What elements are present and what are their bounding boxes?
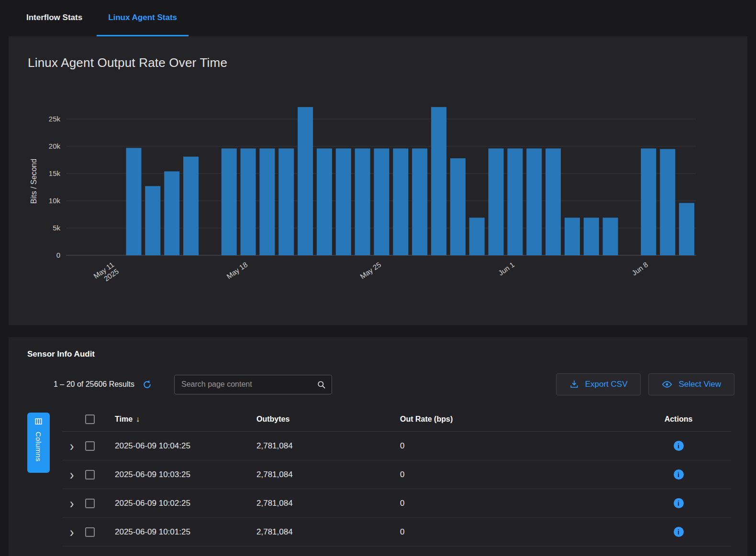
x-tick-label: May 112025 [92,261,120,287]
row-expand-chevron[interactable]: › [70,439,74,453]
cell-out-rate: 0 [394,527,626,537]
toolbar: 1 – 20 of 25606 Results [54,373,734,395]
info-icon[interactable]: i [674,469,684,480]
x-tick-label: Jun 1 [497,261,516,277]
bar[interactable] [603,218,618,255]
column-header-actions: Actions [626,415,731,424]
bar[interactable] [241,149,256,255]
tab-linux-agent-stats[interactable]: Linux Agent Stats [97,0,189,36]
table-grid-icon [34,417,43,427]
select-view-label: Select View [678,380,721,389]
bar[interactable] [298,107,313,255]
bar[interactable] [565,218,580,255]
y-tick-label: 25k [49,115,61,123]
info-icon[interactable]: i [674,498,684,508]
refresh-button[interactable] [142,380,152,390]
y-tick-label: 5k [53,224,60,232]
output-rate-chart: 05k10k15k20k25kMay 112025May 18May 25Jun… [9,81,747,303]
tab-bar: Interflow Stats Linux Agent Stats [0,0,756,36]
export-csv-label: Export CSV [585,380,628,389]
bar[interactable] [507,149,523,255]
bar[interactable] [584,218,599,255]
sort-desc-icon: ↓ [136,415,140,424]
bar[interactable] [164,171,179,255]
columns-button-label: Columns [34,432,43,462]
time-header-label: Time [115,415,133,424]
bar[interactable] [317,149,332,255]
chart-title: Linux Agent Output Rate Over Time [9,36,747,70]
bar[interactable] [412,149,427,255]
y-tick-label: 10k [49,196,61,205]
audit-table: Time ↓ Outbytes Out Rate (bps) Actions ›… [62,407,731,546]
bar[interactable] [489,149,504,255]
column-header-outbytes[interactable]: Outbytes [251,415,394,424]
column-header-time[interactable]: Time ↓ [109,415,251,424]
row-checkbox[interactable] [85,470,95,480]
chart-panel: Linux Agent Output Rate Over Time 05k10k… [9,36,747,325]
info-icon[interactable]: i [674,441,684,451]
select-view-button[interactable]: Select View [648,373,734,395]
bar[interactable] [336,149,351,255]
row-checkbox[interactable] [85,441,95,451]
bar[interactable] [545,149,561,255]
sensor-info-audit-panel: Sensor Info Audit 1 – 20 of 25606 Result… [9,337,747,556]
cell-outbytes: 2,781,084 [251,499,394,508]
search-icon[interactable] [317,380,326,389]
bar[interactable] [641,149,656,255]
bar[interactable] [660,149,675,255]
bar[interactable] [526,149,542,255]
row-expand-chevron[interactable]: › [70,525,74,539]
bar[interactable] [259,149,275,255]
tab-interflow-stats[interactable]: Interflow Stats [15,0,94,36]
cell-time: 2025-06-09 10:03:25 [109,470,251,480]
info-icon[interactable]: i [674,527,684,537]
bar[interactable] [183,157,199,255]
bar[interactable] [145,186,160,255]
table-row[interactable]: › 2025-06-09 10:04:25 2,781,084 0 i [62,432,731,460]
cell-time: 2025-06-09 10:04:25 [109,441,251,451]
refresh-icon [142,380,152,390]
bar[interactable] [355,149,370,255]
eye-icon [662,379,672,390]
results-area: 1 – 20 of 25606 Results [54,380,152,390]
x-tick-label: May 18 [225,261,249,281]
bar[interactable] [278,149,294,255]
search-box[interactable] [174,375,332,394]
cell-outbytes: 2,781,084 [251,527,394,537]
row-expand-chevron[interactable]: › [70,468,74,482]
cell-time: 2025-06-09 10:02:25 [109,499,251,508]
table-row[interactable]: › 2025-06-09 10:03:25 2,781,084 0 i [62,460,731,489]
bar[interactable] [126,148,141,255]
table-body: › 2025-06-09 10:04:25 2,781,084 0 i › 20… [62,432,731,546]
download-icon [569,380,579,389]
y-axis-title: Bits / Second [30,159,38,204]
bar[interactable] [679,203,694,255]
section-title: Sensor Info Audit [27,349,747,359]
bar[interactable] [393,149,408,255]
cell-out-rate: 0 [394,499,626,508]
row-expand-chevron[interactable]: › [70,496,74,511]
cell-outbytes: 2,781,084 [251,470,394,480]
bar[interactable] [374,149,389,255]
x-tick-label: Jun 8 [630,261,649,277]
search-input[interactable] [180,380,317,389]
table-row[interactable]: › 2025-06-09 10:01:25 2,781,084 0 i [62,518,731,546]
bar[interactable] [469,218,485,255]
bar[interactable] [450,158,466,255]
select-all-checkbox[interactable] [85,414,95,424]
row-checkbox[interactable] [85,527,95,537]
y-tick-label: 0 [56,251,60,259]
bar[interactable] [222,149,237,255]
cell-out-rate: 0 [394,441,626,451]
cell-outbytes: 2,781,084 [251,441,394,451]
column-header-out-rate[interactable]: Out Rate (bps) [394,415,626,424]
table-header-row: Time ↓ Outbytes Out Rate (bps) Actions [62,407,731,432]
columns-button[interactable]: Columns [27,413,50,473]
row-checkbox[interactable] [85,499,95,508]
cell-out-rate: 0 [394,470,626,480]
bar[interactable] [431,107,446,255]
y-tick-label: 20k [49,142,61,150]
table-row[interactable]: › 2025-06-09 10:02:25 2,781,084 0 i [62,489,731,518]
x-tick-label: May 25 [358,261,382,281]
export-csv-button[interactable]: Export CSV [556,373,641,395]
